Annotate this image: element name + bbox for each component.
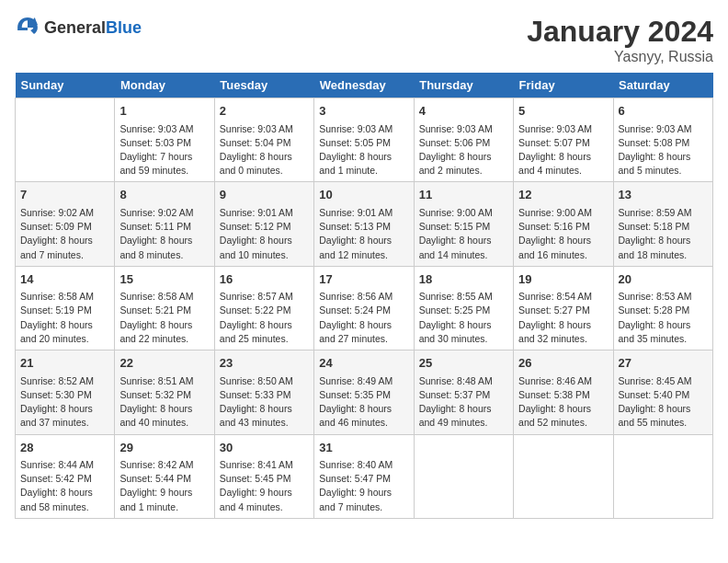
cell-info: Sunrise: 9:03 AM Sunset: 5:07 PM Dayligh… bbox=[518, 122, 608, 178]
day-cell: 12 Sunrise: 9:00 AM Sunset: 5:16 PM Dayl… bbox=[514, 182, 613, 266]
day-cell: 13 Sunrise: 8:59 AM Sunset: 5:18 PM Dayl… bbox=[613, 182, 712, 266]
day-cell: 6 Sunrise: 9:03 AM Sunset: 5:08 PM Dayli… bbox=[613, 98, 712, 182]
sunset-text: Sunset: 5:08 PM bbox=[619, 137, 690, 148]
date-number: 15 bbox=[119, 270, 209, 289]
sunrise-text: Sunrise: 8:57 AM bbox=[220, 291, 293, 302]
daylight-text: Daylight: 9 hours and 7 minutes. bbox=[319, 487, 392, 511]
col-friday: Friday bbox=[514, 73, 613, 98]
date-number: 24 bbox=[319, 354, 408, 373]
day-cell bbox=[514, 434, 613, 518]
sunset-text: Sunset: 5:19 PM bbox=[20, 304, 92, 316]
day-cell bbox=[613, 434, 712, 518]
sunset-text: Sunset: 5:16 PM bbox=[518, 221, 590, 232]
cell-info: Sunrise: 9:01 AM Sunset: 5:12 PM Dayligh… bbox=[220, 206, 309, 262]
date-number: 29 bbox=[119, 439, 209, 457]
date-number: 5 bbox=[518, 102, 608, 121]
day-cell: 22 Sunrise: 8:51 AM Sunset: 5:32 PM Dayl… bbox=[115, 350, 214, 434]
sunset-text: Sunset: 5:42 PM bbox=[20, 473, 92, 484]
cell-info: Sunrise: 8:55 AM Sunset: 5:25 PM Dayligh… bbox=[419, 290, 508, 346]
day-cell: 4 Sunrise: 9:03 AM Sunset: 5:06 PM Dayli… bbox=[414, 98, 513, 182]
cell-info: Sunrise: 8:40 AM Sunset: 5:47 PM Dayligh… bbox=[319, 458, 408, 514]
logo-icon bbox=[15, 15, 40, 40]
cell-info: Sunrise: 8:46 AM Sunset: 5:38 PM Dayligh… bbox=[518, 374, 608, 431]
date-number: 17 bbox=[319, 270, 408, 289]
week-row-2: 7 Sunrise: 9:02 AM Sunset: 5:09 PM Dayli… bbox=[16, 182, 713, 266]
cell-info: Sunrise: 9:02 AM Sunset: 5:09 PM Dayligh… bbox=[20, 206, 109, 262]
day-cell: 7 Sunrise: 9:02 AM Sunset: 5:09 PM Dayli… bbox=[16, 182, 115, 266]
day-cell: 11 Sunrise: 9:00 AM Sunset: 5:15 PM Dayl… bbox=[414, 182, 513, 266]
cell-info: Sunrise: 8:56 AM Sunset: 5:24 PM Dayligh… bbox=[319, 290, 408, 346]
sunset-text: Sunset: 5:06 PM bbox=[419, 137, 491, 148]
page-header: GeneralBlue January 2024 Yasnyy, Russia bbox=[15, 15, 713, 65]
daylight-text: Daylight: 8 hours and 49 minutes. bbox=[419, 403, 492, 428]
cell-info: Sunrise: 8:58 AM Sunset: 5:19 PM Dayligh… bbox=[20, 290, 109, 346]
sunset-text: Sunset: 5:15 PM bbox=[419, 221, 491, 232]
sunrise-text: Sunrise: 8:59 AM bbox=[619, 207, 692, 218]
cell-info: Sunrise: 8:42 AM Sunset: 5:44 PM Dayligh… bbox=[119, 458, 209, 514]
daylight-text: Daylight: 7 hours and 59 minutes. bbox=[119, 151, 192, 176]
daylight-text: Daylight: 8 hours and 8 minutes. bbox=[119, 235, 192, 259]
date-number: 10 bbox=[319, 186, 408, 204]
sunset-text: Sunset: 5:44 PM bbox=[119, 473, 191, 484]
sunset-text: Sunset: 5:47 PM bbox=[319, 473, 391, 484]
sunrise-text: Sunrise: 8:55 AM bbox=[419, 291, 493, 302]
logo-general: General bbox=[44, 18, 106, 37]
sunrise-text: Sunrise: 9:03 AM bbox=[419, 123, 493, 134]
sunrise-text: Sunrise: 9:03 AM bbox=[220, 123, 293, 134]
sunset-text: Sunset: 5:09 PM bbox=[20, 221, 92, 232]
sunset-text: Sunset: 5:33 PM bbox=[220, 389, 291, 400]
week-row-4: 21 Sunrise: 8:52 AM Sunset: 5:30 PM Dayl… bbox=[16, 350, 713, 434]
daylight-text: Daylight: 8 hours and 1 minute. bbox=[319, 151, 392, 176]
date-number: 13 bbox=[619, 186, 708, 204]
sunrise-text: Sunrise: 8:53 AM bbox=[619, 291, 692, 302]
sunrise-text: Sunrise: 9:03 AM bbox=[119, 123, 193, 134]
title-block: January 2024 Yasnyy, Russia bbox=[527, 15, 713, 65]
day-cell: 9 Sunrise: 9:01 AM Sunset: 5:12 PM Dayli… bbox=[214, 182, 313, 266]
daylight-text: Daylight: 8 hours and 2 minutes. bbox=[419, 151, 492, 176]
col-tuesday: Tuesday bbox=[214, 73, 313, 98]
day-cell: 27 Sunrise: 8:45 AM Sunset: 5:40 PM Dayl… bbox=[613, 350, 712, 434]
sunset-text: Sunset: 5:35 PM bbox=[319, 389, 391, 400]
day-cell: 26 Sunrise: 8:46 AM Sunset: 5:38 PM Dayl… bbox=[514, 350, 613, 434]
daylight-text: Daylight: 8 hours and 27 minutes. bbox=[319, 319, 392, 344]
day-cell: 3 Sunrise: 9:03 AM Sunset: 5:05 PM Dayli… bbox=[314, 98, 414, 182]
day-cell: 8 Sunrise: 9:02 AM Sunset: 5:11 PM Dayli… bbox=[115, 182, 214, 266]
cell-info: Sunrise: 9:02 AM Sunset: 5:11 PM Dayligh… bbox=[119, 206, 209, 262]
sunrise-text: Sunrise: 8:50 AM bbox=[220, 375, 293, 386]
week-row-1: 1 Sunrise: 9:03 AM Sunset: 5:03 PM Dayli… bbox=[16, 98, 713, 182]
daylight-text: Daylight: 8 hours and 37 minutes. bbox=[20, 403, 93, 428]
date-number: 16 bbox=[220, 270, 309, 289]
day-cell: 21 Sunrise: 8:52 AM Sunset: 5:30 PM Dayl… bbox=[16, 350, 115, 434]
daylight-text: Daylight: 8 hours and 58 minutes. bbox=[20, 487, 93, 511]
sunrise-text: Sunrise: 8:40 AM bbox=[319, 459, 392, 470]
cell-info: Sunrise: 8:41 AM Sunset: 5:45 PM Dayligh… bbox=[220, 458, 309, 514]
day-cell: 5 Sunrise: 9:03 AM Sunset: 5:07 PM Dayli… bbox=[514, 98, 613, 182]
sunset-text: Sunset: 5:22 PM bbox=[220, 304, 291, 316]
date-number: 4 bbox=[419, 102, 508, 121]
sunrise-text: Sunrise: 8:51 AM bbox=[119, 375, 193, 386]
daylight-text: Daylight: 8 hours and 55 minutes. bbox=[619, 403, 691, 428]
sunset-text: Sunset: 5:03 PM bbox=[119, 137, 191, 148]
sunrise-text: Sunrise: 9:00 AM bbox=[518, 207, 592, 218]
date-number: 23 bbox=[220, 354, 309, 373]
daylight-text: Daylight: 8 hours and 12 minutes. bbox=[319, 235, 392, 259]
cell-info: Sunrise: 8:54 AM Sunset: 5:27 PM Dayligh… bbox=[518, 290, 608, 346]
cell-info: Sunrise: 8:44 AM Sunset: 5:42 PM Dayligh… bbox=[20, 458, 109, 514]
cell-info: Sunrise: 9:03 AM Sunset: 5:08 PM Dayligh… bbox=[619, 122, 708, 178]
date-number: 14 bbox=[20, 270, 109, 289]
cell-info: Sunrise: 9:03 AM Sunset: 5:05 PM Dayligh… bbox=[319, 122, 408, 178]
sunrise-text: Sunrise: 8:56 AM bbox=[319, 291, 392, 302]
date-number: 8 bbox=[119, 186, 209, 204]
cell-info: Sunrise: 9:00 AM Sunset: 5:15 PM Dayligh… bbox=[419, 206, 508, 262]
daylight-text: Daylight: 9 hours and 1 minute. bbox=[119, 487, 192, 511]
sunset-text: Sunset: 5:45 PM bbox=[220, 473, 291, 484]
date-number: 9 bbox=[220, 186, 309, 204]
week-row-3: 14 Sunrise: 8:58 AM Sunset: 5:19 PM Dayl… bbox=[16, 266, 713, 350]
day-cell: 15 Sunrise: 8:58 AM Sunset: 5:21 PM Dayl… bbox=[115, 266, 214, 350]
sunrise-text: Sunrise: 9:01 AM bbox=[319, 207, 392, 218]
sunrise-text: Sunrise: 8:49 AM bbox=[319, 375, 392, 386]
daylight-text: Daylight: 9 hours and 4 minutes. bbox=[220, 487, 292, 511]
daylight-text: Daylight: 8 hours and 52 minutes. bbox=[518, 403, 591, 428]
daylight-text: Daylight: 8 hours and 4 minutes. bbox=[518, 151, 591, 176]
sunrise-text: Sunrise: 9:02 AM bbox=[20, 207, 94, 218]
